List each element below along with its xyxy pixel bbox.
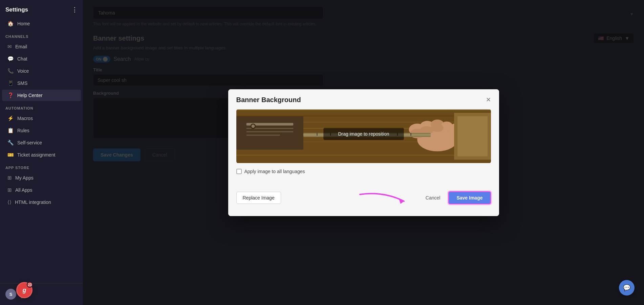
- avatar: S: [5, 289, 16, 300]
- sidebar-item-self-service[interactable]: 🔧 Self-service: [2, 137, 81, 148]
- modal-header: Banner Background ✕: [228, 89, 499, 109]
- sidebar-voice-label: Voice: [17, 68, 29, 74]
- apply-image-label: Apply image to all languages: [244, 169, 305, 174]
- sidebar-email-label: Email: [15, 44, 27, 49]
- svg-rect-34: [410, 133, 411, 136]
- svg-rect-1: [236, 109, 491, 111]
- sidebar-macros-label: Macros: [17, 116, 33, 121]
- sidebar-self-service-label: Self-service: [17, 140, 42, 145]
- svg-rect-9: [236, 116, 303, 149]
- macros-icon: ⚡: [7, 115, 14, 121]
- sidebar-my-apps-label: My Apps: [15, 175, 34, 181]
- modal-footer-right: Cancel Save Image: [357, 188, 491, 208]
- sidebar-item-home[interactable]: 🏠 Home: [2, 18, 81, 29]
- annotation-arrow: [357, 188, 417, 208]
- growave-badge[interactable]: g 23: [16, 282, 33, 298]
- svg-rect-36: [457, 116, 488, 156]
- banner-background-modal: Banner Background ✕: [228, 89, 499, 216]
- svg-rect-12: [246, 131, 293, 132]
- apply-image-checkbox[interactable]: [236, 169, 242, 174]
- svg-rect-27: [317, 133, 317, 136]
- sidebar-item-sms[interactable]: 📱 SMS: [2, 77, 81, 89]
- svg-rect-8: [236, 155, 491, 156]
- save-image-button[interactable]: Save Image: [448, 191, 491, 204]
- chat-icon: 💬: [623, 284, 630, 291]
- sidebar-rules-label: Rules: [17, 128, 29, 133]
- modal-image-container: Drag image to reposition: [236, 109, 491, 163]
- growave-notification-count: 23: [27, 282, 33, 288]
- svg-text:Drag image to reposition: Drag image to reposition: [338, 131, 389, 137]
- modal-overlay: Banner Background ✕: [83, 0, 644, 305]
- sidebar-item-voice[interactable]: 📞 Voice: [2, 65, 81, 77]
- sidebar-html-integration-label: HTML integration: [15, 200, 51, 205]
- sidebar-item-all-apps[interactable]: ⊞ All Apps: [2, 184, 81, 196]
- sidebar-item-chat[interactable]: 💬 Chat: [2, 53, 81, 65]
- sidebar: Settings ⋮ 🏠 Home CHANNELS ✉ Email 💬 Cha…: [0, 0, 83, 305]
- sidebar-item-macros[interactable]: ⚡ Macros: [2, 113, 81, 124]
- sidebar-help-center-label: Help Center: [17, 93, 43, 98]
- replace-image-button[interactable]: Replace Image: [236, 192, 281, 204]
- home-icon: 🏠: [7, 21, 14, 27]
- channels-section-label: CHANNELS: [0, 30, 83, 41]
- growave-letter: g: [23, 287, 26, 294]
- modal-close-button[interactable]: ✕: [486, 97, 491, 103]
- sidebar-item-my-apps[interactable]: ⊞ My Apps: [2, 172, 81, 184]
- main-area: Tahoma ▼ This font will be applied to th…: [83, 0, 644, 305]
- svg-rect-13: [246, 135, 280, 136]
- sidebar-item-html-integration[interactable]: ⟨⟩ HTML integration: [2, 196, 81, 208]
- sidebar-item-help-center[interactable]: ❓ Help Center: [2, 90, 81, 101]
- rules-icon: 📋: [7, 127, 14, 134]
- sidebar-all-apps-label: All Apps: [15, 187, 33, 193]
- sidebar-ticket-assignment-label: Ticket assignment: [17, 152, 55, 158]
- sidebar-item-email[interactable]: ✉ Email: [2, 41, 81, 52]
- sidebar-header: Settings ⋮: [0, 0, 83, 18]
- svg-point-15: [251, 124, 255, 128]
- email-icon: ✉: [7, 44, 12, 50]
- apply-image-checkbox-row: Apply image to all languages: [236, 169, 491, 174]
- sidebar-item-ticket-assignment[interactable]: 🎫 Ticket assignment: [2, 149, 81, 161]
- self-service-icon: 🔧: [7, 140, 14, 146]
- banner-image[interactable]: Drag image to reposition: [236, 109, 491, 163]
- app-store-section-label: APP STORE: [0, 161, 83, 172]
- sidebar-title: Settings: [5, 6, 28, 13]
- user-section: S Scott: [0, 283, 83, 305]
- modal-footer: Replace Image Cancel Save Image: [228, 188, 499, 216]
- html-icon: ⟨⟩: [7, 199, 12, 205]
- sidebar-options-icon[interactable]: ⋮: [71, 6, 78, 14]
- sidebar-sms-label: SMS: [17, 80, 27, 86]
- chat-button[interactable]: 💬: [619, 280, 635, 296]
- sidebar-item-rules[interactable]: 📋 Rules: [2, 125, 81, 136]
- my-apps-icon: ⊞: [7, 175, 12, 181]
- ticket-icon: 🎫: [7, 152, 14, 158]
- sidebar-home-label: Home: [17, 21, 30, 26]
- all-apps-icon: ⊞: [7, 187, 12, 193]
- help-center-icon: ❓: [7, 92, 14, 98]
- modal-footer-left: Replace Image: [236, 192, 281, 204]
- sidebar-chat-label: Chat: [17, 56, 27, 62]
- chat-icon: 💬: [7, 56, 14, 62]
- modal-title: Banner Background: [236, 96, 301, 104]
- sms-icon: 📱: [7, 80, 14, 86]
- modal-cancel-button[interactable]: Cancel: [421, 192, 445, 204]
- modal-body: Drag image to reposition Apply image to …: [228, 109, 499, 188]
- voice-icon: 📞: [7, 68, 14, 74]
- svg-point-24: [431, 124, 443, 132]
- automation-section-label: AUTOMATION: [0, 101, 83, 112]
